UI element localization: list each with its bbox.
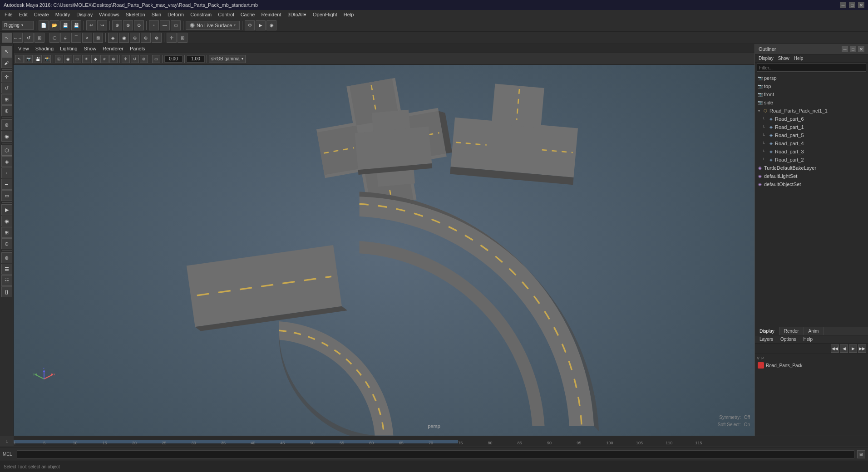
tool2-btn[interactable]: ◉ bbox=[119, 33, 129, 43]
outliner-search-input[interactable] bbox=[757, 64, 866, 72]
tree-item-turtle[interactable]: ◉ TurtleDefaultBakeLayer bbox=[755, 164, 868, 172]
lasso-button[interactable]: ⊗ bbox=[123, 20, 133, 30]
menu-control[interactable]: Control bbox=[215, 11, 237, 18]
vert-mode-btn[interactable]: ◦ bbox=[1, 167, 12, 178]
open-file-button[interactable]: 📂 bbox=[49, 20, 59, 30]
script-editor-open-btn[interactable]: ⊞ bbox=[857, 450, 865, 458]
menu-openflight[interactable]: OpenFlight bbox=[310, 11, 340, 18]
hyper-shade-btn[interactable]: ◉ bbox=[1, 216, 12, 226]
tree-item-road-5[interactable]: └ ◈ Road_part_5 bbox=[755, 131, 868, 139]
outliner-menu-help[interactable]: Help bbox=[792, 55, 805, 61]
tree-item-road-pack[interactable]: ▾ ⬡ Road_Parts_Pack_nct1_1 bbox=[755, 107, 868, 115]
gamma-mode-dropdown[interactable]: sRGB gamma ▾ bbox=[209, 55, 246, 63]
vp-light-btn[interactable]: ☀ bbox=[82, 55, 90, 63]
cb-sub-help[interactable]: Help bbox=[800, 336, 815, 342]
minimize-button[interactable]: ─ bbox=[840, 2, 846, 8]
cb-tab-display[interactable]: Display bbox=[755, 327, 779, 335]
select-button[interactable]: ⊕ bbox=[112, 20, 122, 30]
tree-item-road-3[interactable]: └ ◈ Road_part_3 bbox=[755, 148, 868, 156]
scene-view-btn[interactable]: ⊞ bbox=[1, 227, 12, 238]
vp-snap-btn[interactable]: 📸 bbox=[43, 55, 51, 63]
redo-button[interactable]: ↪ bbox=[97, 20, 107, 30]
menu-windows[interactable]: Windows bbox=[96, 11, 122, 18]
tree-item-front[interactable]: 📷 front bbox=[755, 90, 868, 98]
layer-row[interactable]: Road_Parts_Pack bbox=[757, 361, 866, 369]
cb-next-btn[interactable]: ▶ bbox=[849, 344, 857, 353]
rotate-tool-btn[interactable]: ↺ bbox=[24, 33, 34, 43]
tree-item-light-set[interactable]: ◉ defaultLightSet bbox=[755, 172, 868, 180]
gamma-input[interactable] bbox=[187, 55, 205, 63]
save-button[interactable]: 💾 bbox=[60, 20, 70, 30]
vp-cam-btn[interactable]: 📷 bbox=[25, 55, 33, 63]
edge-button[interactable]: — bbox=[160, 20, 170, 30]
menu-create[interactable]: Create bbox=[31, 11, 52, 18]
channel-box-btn[interactable]: ☰ bbox=[1, 264, 12, 275]
vp-menu-view[interactable]: View bbox=[15, 45, 32, 52]
tree-item-side[interactable]: 📷 side bbox=[755, 98, 868, 107]
edge-mode-btn[interactable]: ━ bbox=[1, 179, 12, 190]
vp-smooth-btn[interactable]: ◉ bbox=[64, 55, 72, 63]
cb-sub-layers[interactable]: Layers bbox=[757, 336, 776, 342]
vp-zoom-btn[interactable]: ⊗ bbox=[140, 55, 148, 63]
vp-hud-btn[interactable]: ⊕ bbox=[109, 55, 118, 63]
tree-item-persp[interactable]: 📷 persp bbox=[755, 74, 868, 82]
vp-save-btn[interactable]: 💾 bbox=[34, 55, 42, 63]
menu-help[interactable]: Help bbox=[341, 11, 357, 18]
show-manip-btn[interactable]: ⊗ bbox=[1, 119, 12, 130]
select-tool-btn[interactable]: ↖ bbox=[2, 33, 12, 43]
tree-item-road-2[interactable]: └ ◈ Road_part_2 bbox=[755, 156, 868, 164]
vp-menu-shading[interactable]: Shading bbox=[33, 45, 56, 52]
snap-grid-btn[interactable]: # bbox=[60, 33, 70, 43]
exposure-input[interactable] bbox=[164, 55, 182, 63]
paint-select-btn[interactable]: 🖌 bbox=[1, 57, 12, 68]
menu-display[interactable]: Display bbox=[74, 11, 95, 18]
tool3-btn[interactable]: ⊛ bbox=[130, 33, 140, 43]
menu-reindent[interactable]: Reindent bbox=[258, 11, 284, 18]
script-editor-btn[interactable]: {} bbox=[1, 286, 12, 297]
vp-cam-move-btn[interactable]: ✛ bbox=[122, 55, 130, 63]
universal-tool-btn[interactable]: ⊕ bbox=[1, 105, 12, 116]
cb-tab-render[interactable]: Render bbox=[779, 327, 804, 335]
vertex-button[interactable]: ◦ bbox=[149, 20, 159, 30]
scene-viewport[interactable]: x y z bbox=[14, 65, 755, 436]
menu-edit[interactable]: Edit bbox=[16, 11, 30, 18]
node-editor-btn[interactable]: ⊙ bbox=[1, 238, 12, 249]
outliner-maximize-btn[interactable]: □ bbox=[850, 46, 856, 52]
menu-modify[interactable]: Modify bbox=[53, 11, 73, 18]
tree-item-top[interactable]: 📷 top bbox=[755, 82, 868, 90]
tool4-btn[interactable]: ⊕ bbox=[141, 33, 151, 43]
vp-wireframe-btn[interactable]: ⊞ bbox=[55, 55, 63, 63]
transform-tool-btn[interactable]: ←→ bbox=[13, 33, 23, 43]
vp-texture-btn[interactable]: ▭ bbox=[73, 55, 81, 63]
outliner-menu-show[interactable]: Show bbox=[776, 55, 791, 61]
soft-mod-btn[interactable]: ◉ bbox=[1, 131, 12, 142]
vp-menu-show[interactable]: Show bbox=[81, 45, 99, 52]
vp-resolution-btn[interactable]: ▭ bbox=[152, 55, 160, 63]
render-settings-button[interactable]: ⚙ bbox=[245, 20, 255, 30]
extra-btn[interactable]: ⊞ bbox=[178, 33, 187, 43]
vp-select-btn[interactable]: ↖ bbox=[15, 55, 24, 63]
layer-editor-btn[interactable]: ☷ bbox=[1, 275, 12, 286]
menu-deform[interactable]: Deform bbox=[165, 11, 187, 18]
tree-item-object-set[interactable]: ◉ defaultObjectSet bbox=[755, 180, 868, 188]
snap-curve-btn[interactable]: ⌒ bbox=[71, 33, 81, 43]
scale-tool-btn[interactable]: ⊞ bbox=[35, 33, 44, 43]
soft-select-btn[interactable]: ⬡ bbox=[49, 33, 59, 43]
vp-grid-btn[interactable]: # bbox=[100, 55, 108, 63]
tree-item-road-6[interactable]: └ ◈ Road_part_6 bbox=[755, 115, 868, 123]
select-mode-btn[interactable]: ↖ bbox=[1, 46, 12, 57]
menu-skin[interactable]: Skin bbox=[149, 11, 164, 18]
tree-item-road-1[interactable]: └ ◈ Road_part_1 bbox=[755, 123, 868, 131]
cb-tab-anim[interactable]: Anim bbox=[804, 327, 824, 335]
new-scene-button[interactable]: 📄 bbox=[39, 20, 49, 30]
menu-skeleton[interactable]: Skeleton bbox=[123, 11, 148, 18]
face-mode-btn[interactable]: ▭ bbox=[1, 190, 12, 201]
maximize-button[interactable]: □ bbox=[849, 2, 855, 8]
face-button[interactable]: ▭ bbox=[171, 20, 181, 30]
vp-menu-renderer[interactable]: Renderer bbox=[100, 45, 126, 52]
vp-orbit-btn[interactable]: ↺ bbox=[131, 55, 139, 63]
mel-input[interactable] bbox=[17, 450, 854, 458]
move-tool-btn[interactable]: ✛ bbox=[1, 71, 12, 82]
cb-prev-btn[interactable]: ◀ bbox=[840, 344, 848, 353]
menu-3dtoall[interactable]: 3DtoAll▾ bbox=[285, 11, 309, 19]
